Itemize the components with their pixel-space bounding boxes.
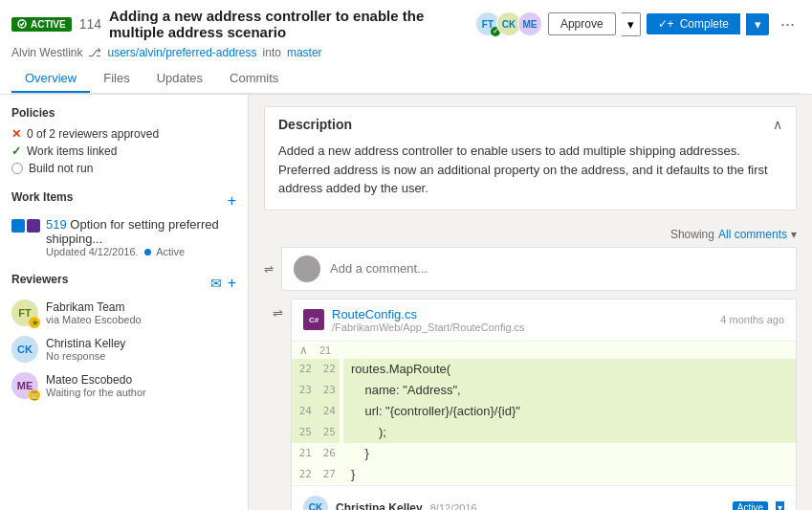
- line-nums-26: 21 26: [292, 443, 343, 464]
- christina-avatar: CK: [303, 496, 328, 511]
- code-content-26: }: [343, 443, 796, 464]
- work-item-id-title: 519 Option for setting preferred shippin…: [46, 217, 236, 246]
- filter-dropdown-icon: ▾: [791, 228, 797, 241]
- file-info: C# RouteConfig.cs /FabrikamWeb/App_Start…: [303, 307, 525, 333]
- reviewer-name-mateo: Mateo Escobedo: [46, 373, 236, 387]
- line-nums-23: 23 23: [292, 380, 343, 401]
- code-expand-top: ∧ 21: [292, 342, 796, 359]
- reviewer-avatar-mateo: ME ⏳: [11, 372, 38, 399]
- new-line-27: 27: [316, 464, 340, 485]
- add-reviewer-button[interactable]: +: [228, 275, 236, 292]
- collapse-description-button[interactable]: ∧: [773, 117, 782, 132]
- reviewers-title: Reviewers: [11, 273, 68, 286]
- file-time: 4 months ago: [720, 314, 784, 325]
- work-item-type-icon: [11, 219, 25, 233]
- old-line-23: 23: [292, 380, 316, 401]
- thread-comment-toggle[interactable]: ⇌: [273, 306, 283, 321]
- description-header: Description ∧: [265, 107, 796, 138]
- work-item-row: 519 Option for setting preferred shippin…: [11, 217, 236, 257]
- christina-comment: CK Christina Kelley 8/12/2016 Active ▾ I…: [292, 485, 796, 511]
- policy-check-icon: ✓: [11, 144, 21, 158]
- header-actions: FT CK ME Approve ▾ ✓+ Complete ▾ ···: [475, 11, 801, 36]
- tab-updates[interactable]: Updates: [143, 65, 216, 93]
- policies-title: Policies: [11, 106, 236, 120]
- into-text: into: [263, 46, 281, 59]
- policy-item-1: ✕ 0 of 2 reviewers approved: [11, 127, 236, 141]
- all-comments-filter[interactable]: All comments: [718, 228, 787, 241]
- code-row-24: 24 24 url: "{controller}/{action}/{id}": [292, 401, 796, 422]
- more-options-button[interactable]: ···: [775, 12, 801, 36]
- branch-from-link[interactable]: users/alvin/preferred-address: [107, 46, 256, 59]
- old-line-22: 22: [292, 359, 316, 380]
- reviewer-name-christina: Christina Kelley: [46, 337, 236, 350]
- right-panel: Description ∧ Added a new address contro…: [249, 95, 812, 510]
- header: ACTIVE 114 Adding a new address controll…: [0, 0, 812, 95]
- line-nums-22: 22 22: [292, 359, 343, 380]
- line-nums-25: 25 25: [292, 422, 343, 443]
- expand-up-button[interactable]: ∧: [292, 344, 316, 357]
- email-reviewers-button[interactable]: ✉: [210, 275, 222, 292]
- file-comment-card: C# RouteConfig.cs /FabrikamWeb/App_Start…: [291, 299, 797, 511]
- new-line-22: 22: [316, 359, 340, 380]
- old-line-25: 25: [292, 422, 316, 443]
- complete-button[interactable]: ✓+ Complete: [647, 13, 740, 34]
- main-content: Policies ✕ 0 of 2 reviewers approved ✓ W…: [0, 95, 812, 510]
- tab-commits[interactable]: Commits: [216, 65, 292, 93]
- code-row-26: 21 26 }: [292, 443, 796, 464]
- approve-dropdown-button[interactable]: ▾: [622, 12, 641, 36]
- work-item-id: 519: [46, 217, 67, 232]
- branch-to-link[interactable]: master: [287, 46, 322, 59]
- expand-line-1: 21: [316, 344, 331, 356]
- reviewer-info-fabrikam: Fabrikam Team via Mateo Escobedo: [46, 300, 236, 325]
- approve-button[interactable]: Approve: [548, 12, 616, 35]
- code-content-23: name: "Address",: [343, 380, 796, 401]
- branch-icon: ⎇: [88, 46, 101, 59]
- reviewer-avatar-christina: CK: [11, 336, 38, 363]
- comment-input[interactable]: [330, 261, 784, 276]
- showing-bar: Showing All comments ▾: [249, 222, 812, 247]
- tab-overview[interactable]: Overview: [11, 65, 90, 93]
- code-content-25: );: [343, 422, 796, 443]
- line-nums-24: 24 24: [292, 401, 343, 422]
- old-line-27: 22: [292, 464, 316, 485]
- work-item-sub-icon: [27, 219, 40, 233]
- reviewer-sub-fabrikam: via Mateo Escobedo: [46, 314, 236, 325]
- description-title: Description: [278, 117, 352, 132]
- active-indicator: [144, 249, 151, 255]
- policy-circle-icon: [11, 163, 23, 174]
- thread-toggle-button[interactable]: ⇌: [264, 262, 274, 276]
- reviewer-fabrikam: FT ★ Fabrikam Team via Mateo Escobedo: [11, 299, 236, 326]
- policy-text-2: Work items linked: [27, 144, 117, 158]
- reviewer-avatars: FT CK ME: [475, 11, 542, 36]
- description-card: Description ∧ Added a new address contro…: [264, 106, 797, 211]
- policy-text-3: Build not run: [29, 162, 93, 175]
- reviewer-mateo: ME ⏳ Mateo Escobedo Waiting for the auth…: [11, 372, 236, 399]
- comment-status-badge[interactable]: Active: [733, 501, 768, 510]
- work-item-title: Option for setting preferred shipping...: [46, 217, 219, 246]
- reviewer-info-mateo: Mateo Escobedo Waiting for the author: [46, 373, 236, 398]
- tab-files[interactable]: Files: [90, 65, 143, 93]
- complete-icon: ✓+: [658, 17, 674, 31]
- reviewer-action-icons: ✉ +: [210, 275, 236, 292]
- code-row-22: 22 22 routes.MapRoute(: [292, 359, 796, 380]
- thread-gutter: ⇌: [264, 299, 291, 511]
- new-line-26: 26: [316, 443, 340, 464]
- christina-comment-header: CK Christina Kelley 8/12/2016 Active ▾: [303, 496, 784, 511]
- reviewers-header: Reviewers ✉ +: [11, 273, 236, 294]
- status-badge: ACTIVE: [11, 17, 72, 32]
- description-body: Added a new address controller to enable…: [265, 138, 796, 210]
- reviewer-name-fabrikam: Fabrikam Team: [46, 300, 236, 314]
- complete-dropdown-button[interactable]: ▾: [746, 13, 769, 35]
- comment-input-row: ⇌: [264, 247, 797, 291]
- work-item-details: 519 Option for setting preferred shippin…: [46, 217, 236, 257]
- header-meta: Alvin Westlink ⎇ users/alvin/preferred-a…: [11, 46, 801, 59]
- policy-item-2: ✓ Work items linked: [11, 144, 236, 158]
- add-work-item-button[interactable]: +: [228, 192, 236, 210]
- code-row-23: 23 23 name: "Address",: [292, 380, 796, 401]
- work-items-title: Work Items: [11, 190, 73, 204]
- left-panel: Policies ✕ 0 of 2 reviewers approved ✓ W…: [0, 95, 249, 510]
- work-items-section: Work Items + 519 Option for setting pref…: [11, 190, 236, 257]
- author-name: Alvin Westlink: [11, 46, 82, 59]
- line-nums-27: 22 27: [292, 464, 343, 485]
- christina-time: 8/12/2016: [430, 502, 477, 511]
